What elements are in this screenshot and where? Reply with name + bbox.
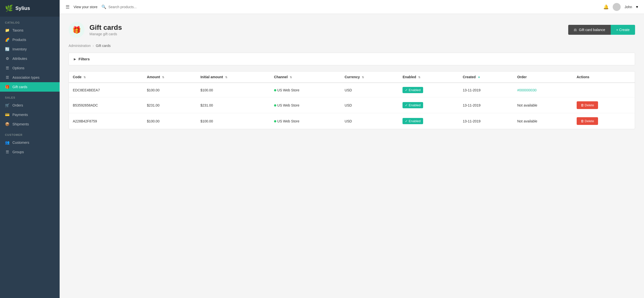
col-channel-label: Channel	[274, 75, 288, 79]
enabled-badge: ✓ Enabled	[402, 102, 423, 108]
sidebar-item-label: Products	[12, 38, 26, 42]
sidebar-item-gift-cards[interactable]: 🎁 Gift cards	[0, 82, 60, 92]
col-amount-label: Amount	[147, 75, 160, 79]
menu-toggle-icon[interactable]: ☰	[66, 4, 70, 10]
col-initial-amount-label: Initial amount	[200, 75, 223, 79]
notification-bell-icon[interactable]: 🔔	[603, 4, 609, 10]
avatar	[613, 3, 621, 11]
col-actions: Actions	[573, 71, 635, 83]
shipments-icon: 📦	[5, 122, 10, 126]
col-code[interactable]: Code ⇅	[69, 71, 143, 83]
create-button-label: + Create	[616, 28, 630, 32]
sidebar-item-attributes[interactable]: ⚙ Attributes	[0, 54, 60, 63]
col-channel-sort-icon: ⇅	[290, 76, 292, 79]
payments-icon: 💳	[5, 112, 10, 117]
cell-actions-2: 🗑 Delete	[573, 113, 635, 129]
col-enabled-sort-icon: ⇅	[418, 76, 420, 79]
col-channel[interactable]: Channel ⇅	[270, 71, 341, 83]
sidebar-item-payments[interactable]: 💳 Payments	[0, 110, 60, 119]
sidebar-item-label: Inventory	[12, 47, 27, 51]
sidebar-item-groups[interactable]: ☰ Groups	[0, 147, 60, 157]
cell-currency-1: USD	[341, 97, 399, 113]
order-link[interactable]: #000000030	[517, 88, 537, 92]
cell-amount-2: $100.00	[143, 113, 196, 129]
sidebar-item-shipments[interactable]: 📦 Shipments	[0, 119, 60, 129]
filters-panel[interactable]: ▶ Filters	[68, 53, 635, 65]
sidebar-item-inventory[interactable]: 🔄 Inventory	[0, 44, 60, 54]
cell-initial-amount-1: $231.00	[196, 97, 270, 113]
view-store-link[interactable]: View your store	[74, 5, 98, 9]
order-na: Not available	[517, 103, 538, 107]
customers-icon: 👥	[5, 140, 10, 145]
delete-button[interactable]: 🗑 Delete	[577, 101, 598, 109]
col-amount[interactable]: Amount ⇅	[143, 71, 196, 83]
table-row: B53592658ADC $231.00 $231.00 US Web Stor…	[69, 97, 635, 113]
inventory-icon: 🔄	[5, 47, 10, 51]
user-dropdown-icon[interactable]: ▾	[636, 4, 638, 9]
col-initial-amount[interactable]: Initial amount ⇅	[196, 71, 270, 83]
gift-cards-table-container: Code ⇅ Amount ⇅ Initial amount ⇅ Chann	[68, 71, 635, 129]
cell-created-1: 13-11-2019	[459, 97, 513, 113]
gift-cards-icon: 🎁	[5, 85, 10, 89]
sidebar-item-customers[interactable]: 👥 Customers	[0, 138, 60, 147]
search-input[interactable]	[108, 5, 599, 9]
page-title: Gift cards	[90, 23, 122, 31]
col-currency[interactable]: Currency ⇅	[341, 71, 399, 83]
enabled-badge: ✓ Enabled	[402, 118, 423, 124]
cell-amount-1: $231.00	[143, 97, 196, 113]
cell-order-0: #000000030	[513, 83, 573, 97]
cell-created-0: 13-11-2019	[459, 83, 513, 97]
sidebar-item-label: Options	[12, 66, 24, 70]
col-created[interactable]: Created ▼	[459, 71, 513, 83]
cell-channel-1: US Web Store	[270, 97, 341, 113]
col-order: Order	[513, 71, 573, 83]
channel-dot-icon	[274, 104, 276, 106]
topbar-right: 🔔 John ▾	[603, 3, 638, 11]
cell-currency-2: USD	[341, 113, 399, 129]
col-code-label: Code	[73, 75, 82, 79]
sidebar-item-options[interactable]: ☰ Options	[0, 63, 60, 73]
cell-created-2: 13-11-2019	[459, 113, 513, 129]
cell-amount-0: $100.00	[143, 83, 196, 97]
col-amount-sort-icon: ⇅	[162, 76, 164, 79]
cell-order-2: Not available	[513, 113, 573, 129]
filter-arrow-icon: ▶	[74, 57, 76, 61]
col-created-sort-icon: ▼	[478, 76, 480, 79]
topbar: ☰ View your store 🔍 🔔 John ▾	[60, 0, 644, 14]
breadcrumb-separator: ›	[93, 44, 94, 48]
customer-section-label: Customer	[0, 129, 60, 138]
col-created-label: Created	[463, 75, 476, 79]
products-icon: 🌈	[5, 37, 10, 42]
sidebar-item-label: Attributes	[12, 57, 27, 61]
sidebar-item-association-types[interactable]: ☰ Association types	[0, 73, 60, 82]
delete-button[interactable]: 🗑 Delete	[577, 117, 598, 125]
col-actions-label: Actions	[577, 75, 589, 79]
sidebar-item-orders[interactable]: 🛒 Orders	[0, 101, 60, 110]
sidebar-logo-title: Sylius	[16, 5, 30, 11]
create-button[interactable]: + Create	[611, 25, 635, 35]
cell-code-2: A228B42F8759	[69, 113, 143, 129]
col-enabled[interactable]: Enabled ⇅	[398, 71, 459, 83]
gift-card-balance-button[interactable]: ⚖ Gift card balance	[568, 25, 611, 35]
balance-button-label: Gift card balance	[579, 28, 605, 32]
cell-channel-0: US Web Store	[270, 83, 341, 97]
page-content: 🎁 Gift cards Manage gift cards ⚖ Gift ca…	[60, 14, 644, 298]
cell-actions-1: 🗑 Delete	[573, 97, 635, 113]
page-titles: Gift cards Manage gift cards	[90, 23, 122, 36]
username-label[interactable]: John	[624, 5, 632, 9]
options-icon: ☰	[5, 66, 10, 70]
breadcrumb-parent[interactable]: Administration	[68, 44, 91, 48]
cell-initial-amount-0: $100.00	[196, 83, 270, 97]
sidebar-item-products[interactable]: 🌈 Products	[0, 35, 60, 44]
col-initial-sort-icon: ⇅	[225, 76, 227, 79]
sidebar-item-taxons[interactable]: 📁 Taxons	[0, 25, 60, 35]
cell-actions-0	[573, 83, 635, 97]
page-header-actions: ⚖ Gift card balance + Create	[568, 25, 635, 35]
sidebar-item-label: Shipments	[12, 122, 29, 126]
page-icon: 🎁	[68, 22, 84, 38]
search-box: 🔍	[101, 4, 599, 9]
channel-dot-icon	[274, 89, 276, 91]
association-icon: ☰	[5, 75, 10, 80]
sidebar-logo: 🌿 Sylius	[0, 0, 60, 17]
sidebar-item-label: Association types	[12, 75, 40, 79]
